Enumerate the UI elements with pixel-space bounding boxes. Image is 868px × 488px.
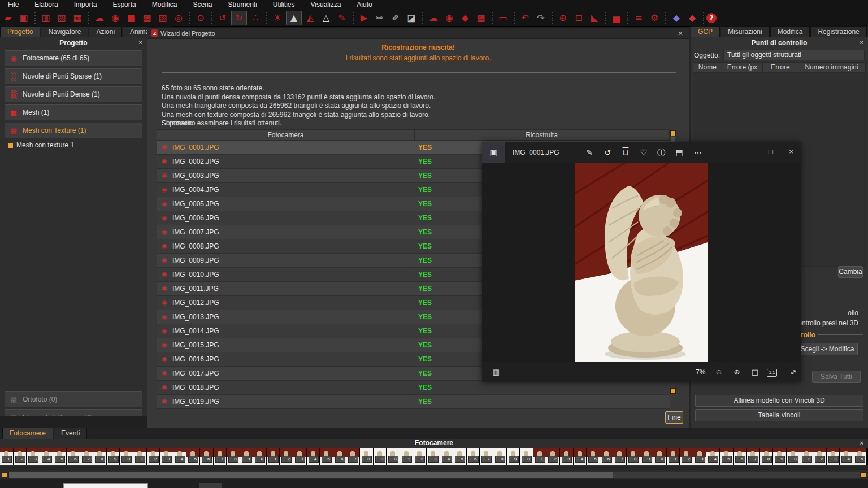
camera-thumbnail[interactable]: ...3 [560,448,573,465]
camera-thumbnail[interactable]: ...7 [214,448,227,465]
lighting-icon[interactable]: ☀ [270,11,285,25]
maximize-button[interactable]: □ [762,144,779,160]
camera-thumbnail[interactable]: ...5 [186,448,199,465]
menu-importa[interactable]: Importa [66,0,105,10]
camera-thumbnail[interactable]: ...2 [680,448,693,465]
camera-thumbnail[interactable]: ...7 [480,448,493,465]
menu-file[interactable]: File [0,0,27,10]
tab-misurazioni[interactable]: Misurazioni [721,26,770,37]
gcp-col-2[interactable]: Errore (px [722,63,763,72]
zoom-in-icon[interactable]: ⊕ [731,367,743,378]
camera-thumbnail[interactable]: ...0 [653,448,666,465]
wireframe-view-icon[interactable]: △ [319,11,333,25]
sidebar-item-dense-cloud[interactable]: ▒Nuvole di Punti Dense (1) [5,86,142,102]
edit-image-icon[interactable]: ✎ [584,147,595,158]
camera-thumbnail[interactable]: ...9 [107,448,120,465]
camera-thumbnail[interactable]: ...2 [546,448,559,465]
camera-thumbnail[interactable]: ...7 [346,448,359,465]
screenshot-icon[interactable]: ▭ [496,11,510,25]
close-icon[interactable]: × [860,39,863,46]
camera-thumbnail[interactable]: ...4 [40,448,53,465]
scroll-up-button[interactable] [670,130,676,136]
scroll-left-button[interactable] [2,472,7,478]
info-icon[interactable]: ⓘ [656,147,667,158]
scroll-down-button[interactable] [670,388,676,394]
menu-visualizza[interactable]: Visualizza [303,0,349,10]
zoom-out-icon[interactable]: ⊖ [713,367,725,378]
camera-thumbnail[interactable]: ...0 [387,448,400,465]
camera-thumbnail[interactable]: ...4 [840,448,853,465]
import-model-icon[interactable]: ▦ [70,11,85,25]
camera-thumbnail[interactable]: ...2 [14,448,27,465]
camera-thumbnail[interactable]: ...8 [360,448,373,465]
tree-item-mesh-texture[interactable]: Mesh con texture 1 [8,141,147,149]
sparse-cloud-icon[interactable]: ☁ [426,11,441,25]
console-icon[interactable]: ≡ [631,11,646,25]
add-point-cloud-icon[interactable]: ◎ [171,11,186,25]
menu-scena[interactable]: Scena [185,0,220,10]
import-photos-icon[interactable]: ▥ [38,11,53,25]
add-textured-mesh-icon[interactable]: ▩ [140,11,154,25]
camera-thumbnail[interactable]: ...8 [493,448,506,465]
paint-icon[interactable]: ✎ [335,11,349,25]
tab-progetto[interactable]: Progetto [0,26,40,37]
solid-view-icon[interactable]: ▲ [286,11,302,25]
camera-thumbnail[interactable]: ...6 [333,448,346,465]
add-dense-cloud-icon[interactable]: ◉ [108,11,123,25]
camera-thumbnail[interactable]: ...3 [427,448,440,465]
camera-thumbnail[interactable]: ...0 [120,448,133,465]
scegli-modifica-button[interactable]: Scegli -> Modifica [797,343,858,355]
redo-icon[interactable]: ↷ [533,11,548,25]
scroll-thumb[interactable] [9,472,613,478]
camera-thumbnail[interactable]: ...5 [453,448,466,465]
camera-thumbnail[interactable]: ...1 [667,448,680,465]
allinea-vincoli-button[interactable]: Allinea modello con Vincoli 3D [695,395,863,407]
scroll-right-button[interactable] [861,472,866,478]
shaded-wire-view-icon[interactable]: ◭ [303,11,318,25]
gcp-col-4[interactable]: Numero immagini [798,63,865,72]
photos-titlebar[interactable]: ▣ IMG_0001.JPG ✎ ↺ ⊔ ♡ ⓘ ▤ ⋯ – □ × [482,142,801,163]
menu-modifica[interactable]: Modifica [144,0,185,10]
gcp-col-1[interactable]: Nome [693,63,722,72]
rotate-icon[interactable]: ↺ [602,147,613,158]
filmstrip-icon[interactable]: ▦ [490,367,502,378]
camera-thumbnail[interactable]: ...1 [267,448,280,465]
camera-thumbnail[interactable]: ...9 [640,448,653,465]
menu-utilities[interactable]: Utilities [265,0,303,10]
camera-thumbnail[interactable]: ...4 [173,448,186,465]
fullscreen-icon[interactable]: ↔ [785,364,802,381]
camera-thumbnail[interactable]: ...9 [374,448,387,465]
camera-thumbnail[interactable]: ...6 [67,448,80,465]
camera-thumbnail[interactable]: ...7 [613,448,626,465]
table-row[interactable]: ◉IMG_0018.JPGYES [157,381,670,395]
close-icon[interactable]: × [139,39,142,46]
camera-thumbnail[interactable]: ...7 [80,448,93,465]
favorite-icon[interactable]: ♡ [638,147,649,158]
sidebar-item-cameras[interactable]: ◉Fotocamere (65 di 65) [5,50,142,66]
tab-modifica[interactable]: Modifica [770,26,810,37]
camera-thumbnail[interactable]: ...5 [320,448,333,465]
tab-navigatore[interactable]: Navigatore [41,26,88,37]
table-row[interactable]: ◉IMG_0019.JPGYES [157,395,670,409]
sidebar-item-mesh[interactable]: ■Mesh (1) [5,104,142,120]
menu-elabora[interactable]: Elabora [27,0,66,10]
camera-thumbnail[interactable]: ...0 [253,448,266,465]
gcp-col-3[interactable]: Errore [763,63,798,72]
camera-thumbnail[interactable]: ...8 [93,448,106,465]
dense-cloud-icon[interactable]: ◉ [442,11,457,25]
mesh-icon[interactable]: ◆ [458,11,472,25]
crop-icon[interactable]: ⊡ [571,11,586,25]
menu-strumenti[interactable]: Strumenti [220,0,264,10]
close-button[interactable]: × [783,144,800,160]
camera-thumbnail[interactable]: ...4 [706,448,719,465]
salva-tutti-button[interactable]: Salva Tutti [812,371,861,383]
camera-thumbnail[interactable]: ...5 [587,448,600,465]
camera-thumbnail[interactable]: ...3 [693,448,706,465]
camera-thumbnail[interactable]: ...9 [773,448,786,465]
tab-azioni[interactable]: Azioni [89,26,122,37]
tabella-vincoli-button[interactable]: Tabella vincoli [695,409,863,421]
rotate-view-icon[interactable]: ↺ [215,11,230,25]
add-orthophoto-icon[interactable]: ▧ [155,11,170,25]
close-icon[interactable]: × [860,439,863,446]
camera-thumbnail[interactable]: ...6 [600,448,613,465]
